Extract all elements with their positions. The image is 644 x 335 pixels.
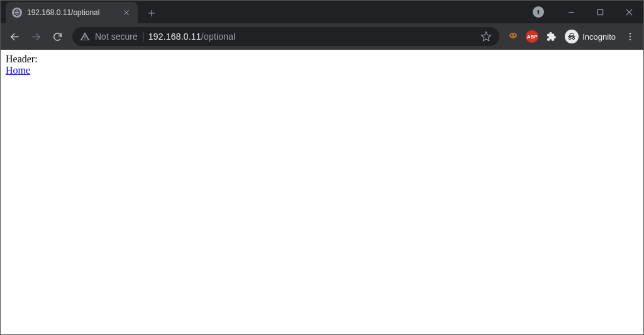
- separator: [143, 31, 143, 42]
- update-available-icon[interactable]: [533, 6, 544, 18]
- not-secure-icon: [80, 31, 90, 42]
- back-button[interactable]: [4, 26, 25, 47]
- page-viewport: Header: Home: [1, 50, 643, 334]
- extension-icon-1[interactable]: [504, 28, 522, 45]
- close-tab-button[interactable]: [121, 8, 131, 18]
- svg-point-9: [514, 35, 516, 36]
- url-path: /optional: [201, 31, 236, 42]
- incognito-label: Incognito: [582, 32, 616, 42]
- tab-title: 192.168.0.11/optional: [27, 8, 99, 17]
- home-link[interactable]: Home: [6, 65, 30, 76]
- abp-badge: ABP: [526, 30, 538, 43]
- svg-marker-6: [482, 32, 491, 41]
- svg-point-8: [511, 35, 513, 36]
- forward-button[interactable]: [26, 26, 46, 47]
- titlebar: 192.168.0.11/optional: [1, 1, 643, 23]
- url-host: 192.168.0.11: [148, 31, 201, 42]
- globe-icon: [12, 8, 22, 18]
- new-tab-button[interactable]: [143, 4, 160, 22]
- browser-menu-button[interactable]: [621, 27, 640, 46]
- toolbar: Not secure 192.168.0.11/optional ABP Inc…: [1, 23, 643, 50]
- maximize-button[interactable]: [586, 3, 614, 21]
- close-window-button[interactable]: [614, 3, 643, 21]
- incognito-badge[interactable]: Incognito: [561, 30, 619, 43]
- minimize-button[interactable]: [557, 3, 586, 21]
- bookmark-star-icon[interactable]: [480, 31, 492, 42]
- svg-rect-1: [597, 9, 602, 14]
- incognito-icon: [565, 30, 579, 43]
- not-secure-label: Not secure: [95, 31, 138, 42]
- browser-tab[interactable]: 192.168.0.11/optional: [6, 2, 138, 23]
- window-controls: [533, 1, 643, 23]
- address-bar[interactable]: Not secure 192.168.0.11/optional: [72, 27, 499, 46]
- header-label: Header:: [6, 54, 638, 65]
- abp-extension-icon[interactable]: ABP: [523, 28, 541, 45]
- svg-point-12: [630, 38, 631, 40]
- extensions-puzzle-icon[interactable]: [542, 28, 560, 45]
- url-text: 192.168.0.11/optional: [148, 31, 236, 42]
- svg-point-10: [630, 33, 631, 34]
- reload-button[interactable]: [47, 26, 67, 47]
- svg-point-11: [630, 36, 631, 37]
